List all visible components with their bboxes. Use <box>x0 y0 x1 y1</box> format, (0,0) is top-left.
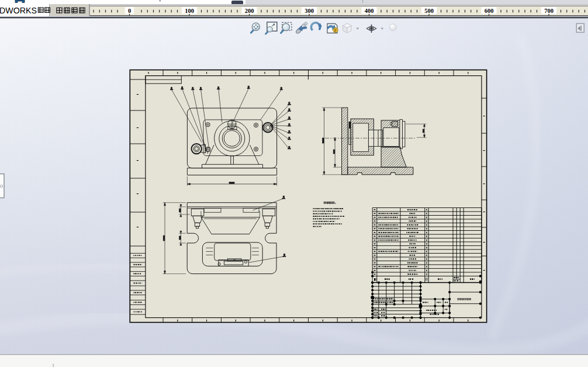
svg-text:600: 600 <box>485 8 494 14</box>
svg-text:200: 200 <box>245 8 254 14</box>
svg-text:DWORKS: DWORKS <box>0 6 37 15</box>
svg-text:400: 400 <box>365 8 374 14</box>
svg-text:300: 300 <box>305 8 314 14</box>
svg-text:700: 700 <box>544 8 554 14</box>
svg-text:500: 500 <box>424 8 434 14</box>
svg-text:0: 0 <box>128 8 131 14</box>
svg-text:100: 100 <box>185 8 194 14</box>
